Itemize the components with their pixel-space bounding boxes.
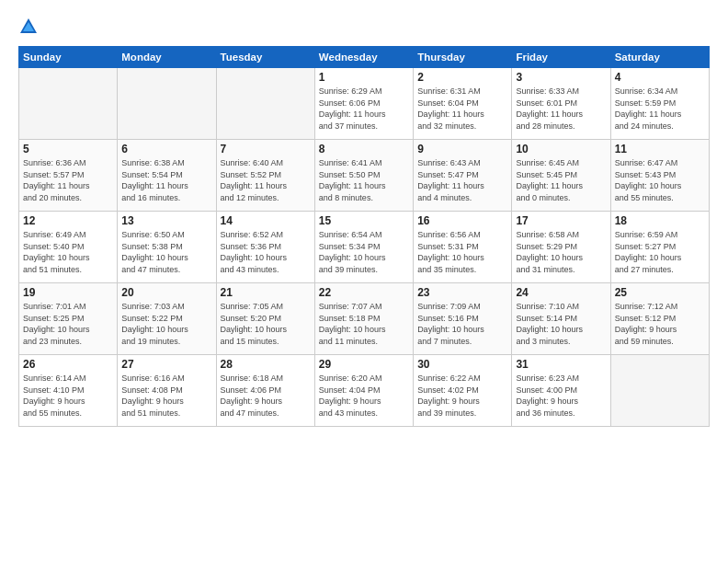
logo [18, 17, 40, 37]
day-info: Sunrise: 6:47 AM Sunset: 5:43 PM Dayligh… [615, 157, 705, 203]
day-number: 28 [221, 358, 311, 371]
calendar-cell: 6Sunrise: 6:38 AM Sunset: 5:54 PM Daylig… [118, 140, 216, 212]
calendar-week-row: 19Sunrise: 7:01 AM Sunset: 5:25 PM Dayli… [19, 283, 710, 355]
day-number: 21 [221, 286, 311, 299]
day-info: Sunrise: 7:01 AM Sunset: 5:25 PM Dayligh… [23, 301, 113, 347]
calendar-week-row: 12Sunrise: 6:49 AM Sunset: 5:40 PM Dayli… [19, 212, 710, 283]
day-info: Sunrise: 6:50 AM Sunset: 5:38 PM Dayligh… [121, 229, 211, 275]
calendar-cell [118, 68, 216, 140]
day-info: Sunrise: 7:09 AM Sunset: 5:16 PM Dayligh… [417, 301, 507, 347]
day-info: Sunrise: 7:10 AM Sunset: 5:14 PM Dayligh… [516, 301, 606, 347]
day-number: 22 [319, 286, 409, 299]
calendar-cell: 10Sunrise: 6:45 AM Sunset: 5:45 PM Dayli… [512, 140, 610, 212]
day-info: Sunrise: 6:54 AM Sunset: 5:34 PM Dayligh… [319, 229, 409, 275]
day-info: Sunrise: 7:05 AM Sunset: 5:20 PM Dayligh… [221, 301, 311, 347]
calendar-cell [216, 68, 314, 140]
day-number: 19 [23, 286, 113, 299]
day-number: 12 [23, 214, 113, 227]
day-number: 1 [319, 71, 409, 84]
calendar-cell: 24Sunrise: 7:10 AM Sunset: 5:14 PM Dayli… [512, 283, 610, 355]
calendar-cell: 17Sunrise: 6:58 AM Sunset: 5:29 PM Dayli… [512, 212, 610, 283]
calendar-header-sunday: Sunday [19, 47, 118, 68]
calendar-cell: 16Sunrise: 6:56 AM Sunset: 5:31 PM Dayli… [414, 212, 512, 283]
calendar-cell: 27Sunrise: 6:16 AM Sunset: 4:08 PM Dayli… [118, 355, 216, 427]
calendar-header-monday: Monday [118, 47, 216, 68]
day-number: 6 [121, 143, 211, 155]
calendar-cell: 15Sunrise: 6:54 AM Sunset: 5:34 PM Dayli… [314, 212, 413, 283]
day-info: Sunrise: 6:34 AM Sunset: 5:59 PM Dayligh… [615, 86, 705, 132]
day-info: Sunrise: 6:16 AM Sunset: 4:08 PM Dayligh… [121, 373, 211, 419]
day-info: Sunrise: 6:31 AM Sunset: 6:04 PM Dayligh… [417, 86, 507, 132]
header [18, 17, 710, 37]
day-info: Sunrise: 6:38 AM Sunset: 5:54 PM Dayligh… [121, 157, 211, 203]
calendar-cell: 5Sunrise: 6:36 AM Sunset: 5:57 PM Daylig… [19, 140, 118, 212]
calendar-cell: 2Sunrise: 6:31 AM Sunset: 6:04 PM Daylig… [414, 68, 512, 140]
day-number: 3 [516, 71, 606, 84]
calendar-cell: 18Sunrise: 6:59 AM Sunset: 5:27 PM Dayli… [610, 212, 709, 283]
calendar-cell: 12Sunrise: 6:49 AM Sunset: 5:40 PM Dayli… [19, 212, 118, 283]
day-number: 20 [121, 286, 211, 299]
calendar-cell: 22Sunrise: 7:07 AM Sunset: 5:18 PM Dayli… [314, 283, 413, 355]
day-number: 10 [516, 143, 606, 155]
day-info: Sunrise: 6:41 AM Sunset: 5:50 PM Dayligh… [319, 157, 409, 203]
page: SundayMondayTuesdayWednesdayThursdayFrid… [0, 0, 728, 563]
day-info: Sunrise: 6:58 AM Sunset: 5:29 PM Dayligh… [516, 229, 606, 275]
calendar-header-friday: Friday [512, 47, 610, 68]
day-number: 9 [417, 143, 507, 155]
day-number: 24 [516, 286, 606, 299]
day-info: Sunrise: 6:20 AM Sunset: 4:04 PM Dayligh… [319, 373, 409, 419]
day-number: 4 [615, 71, 705, 84]
day-info: Sunrise: 6:18 AM Sunset: 4:06 PM Dayligh… [221, 373, 311, 419]
calendar-cell: 28Sunrise: 6:18 AM Sunset: 4:06 PM Dayli… [216, 355, 314, 427]
calendar-header-saturday: Saturday [610, 47, 709, 68]
day-number: 14 [221, 214, 311, 227]
calendar-cell: 7Sunrise: 6:40 AM Sunset: 5:52 PM Daylig… [216, 140, 314, 212]
day-info: Sunrise: 7:03 AM Sunset: 5:22 PM Dayligh… [121, 301, 211, 347]
calendar-header-thursday: Thursday [414, 47, 512, 68]
logo-icon [18, 17, 39, 37]
calendar-cell: 1Sunrise: 6:29 AM Sunset: 6:06 PM Daylig… [314, 68, 413, 140]
calendar-cell: 3Sunrise: 6:33 AM Sunset: 6:01 PM Daylig… [512, 68, 610, 140]
calendar-cell: 4Sunrise: 6:34 AM Sunset: 5:59 PM Daylig… [610, 68, 709, 140]
day-info: Sunrise: 6:22 AM Sunset: 4:02 PM Dayligh… [417, 373, 507, 419]
calendar-week-row: 26Sunrise: 6:14 AM Sunset: 4:10 PM Dayli… [19, 355, 710, 427]
calendar-cell: 25Sunrise: 7:12 AM Sunset: 5:12 PM Dayli… [610, 283, 709, 355]
day-info: Sunrise: 6:59 AM Sunset: 5:27 PM Dayligh… [615, 229, 705, 275]
calendar-cell: 8Sunrise: 6:41 AM Sunset: 5:50 PM Daylig… [314, 140, 413, 212]
day-number: 2 [417, 71, 507, 84]
calendar-week-row: 1Sunrise: 6:29 AM Sunset: 6:06 PM Daylig… [19, 68, 710, 140]
calendar-cell: 30Sunrise: 6:22 AM Sunset: 4:02 PM Dayli… [414, 355, 512, 427]
day-info: Sunrise: 6:33 AM Sunset: 6:01 PM Dayligh… [516, 86, 606, 132]
calendar-cell [19, 68, 118, 140]
day-info: Sunrise: 7:07 AM Sunset: 5:18 PM Dayligh… [319, 301, 409, 347]
day-number: 31 [516, 358, 606, 371]
calendar-header-row: SundayMondayTuesdayWednesdayThursdayFrid… [19, 47, 710, 68]
day-info: Sunrise: 6:43 AM Sunset: 5:47 PM Dayligh… [417, 157, 507, 203]
day-number: 27 [121, 358, 211, 371]
day-number: 13 [121, 214, 211, 227]
day-number: 11 [615, 143, 705, 155]
day-info: Sunrise: 6:29 AM Sunset: 6:06 PM Dayligh… [319, 86, 409, 132]
calendar-cell: 20Sunrise: 7:03 AM Sunset: 5:22 PM Dayli… [118, 283, 216, 355]
day-number: 8 [319, 143, 409, 155]
calendar-cell: 23Sunrise: 7:09 AM Sunset: 5:16 PM Dayli… [414, 283, 512, 355]
calendar-cell: 29Sunrise: 6:20 AM Sunset: 4:04 PM Dayli… [314, 355, 413, 427]
calendar-cell: 21Sunrise: 7:05 AM Sunset: 5:20 PM Dayli… [216, 283, 314, 355]
day-info: Sunrise: 6:45 AM Sunset: 5:45 PM Dayligh… [516, 157, 606, 203]
day-info: Sunrise: 6:40 AM Sunset: 5:52 PM Dayligh… [221, 157, 311, 203]
calendar-cell: 11Sunrise: 6:47 AM Sunset: 5:43 PM Dayli… [610, 140, 709, 212]
day-number: 26 [23, 358, 113, 371]
day-number: 30 [417, 358, 507, 371]
day-info: Sunrise: 6:49 AM Sunset: 5:40 PM Dayligh… [23, 229, 113, 275]
day-info: Sunrise: 7:12 AM Sunset: 5:12 PM Dayligh… [615, 301, 705, 347]
day-number: 29 [319, 358, 409, 371]
day-number: 17 [516, 214, 606, 227]
day-number: 7 [221, 143, 311, 155]
calendar-header-wednesday: Wednesday [314, 47, 413, 68]
calendar-header-tuesday: Tuesday [216, 47, 314, 68]
calendar-week-row: 5Sunrise: 6:36 AM Sunset: 5:57 PM Daylig… [19, 140, 710, 212]
day-number: 16 [417, 214, 507, 227]
day-number: 18 [615, 214, 705, 227]
calendar-cell: 13Sunrise: 6:50 AM Sunset: 5:38 PM Dayli… [118, 212, 216, 283]
calendar-cell: 31Sunrise: 6:23 AM Sunset: 4:00 PM Dayli… [512, 355, 610, 427]
